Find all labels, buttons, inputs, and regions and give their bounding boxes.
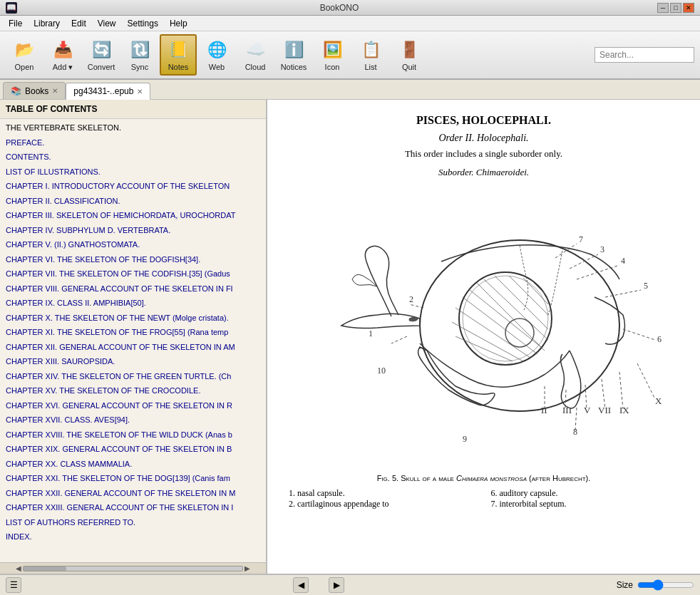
titlebar: 📖 BookONO ─ □ ✕	[0, 0, 700, 16]
content-scroll[interactable]: PISCES, HOLOCEPHALI. Order II. Holocepha…	[267, 100, 700, 574]
toolbar-btn-notes[interactable]: 📒Notes	[160, 34, 197, 76]
toc-item[interactable]: LIST OF ILLUSTRATIONS.	[0, 165, 266, 180]
main-content: TABLE OF CONTENTS THE VERTEBRATE SKELETO…	[0, 100, 700, 574]
toc-item[interactable]: CHAPTER IX. CLASS II. AMPHIBIA[50].	[0, 296, 266, 311]
toolbar-btn-notices[interactable]: ℹ️Notices	[275, 34, 312, 76]
toolbar-btn-open[interactable]: 📂Open	[6, 34, 43, 76]
search-input[interactable]	[595, 47, 694, 63]
toolbar-btn-quit[interactable]: 🚪Quit	[391, 34, 428, 76]
toc-item[interactable]: CHAPTER XI. THE SKELETON OF THE FROG[55]…	[0, 325, 266, 340]
minimize-button[interactable]: ─	[657, 3, 669, 13]
toc-item[interactable]: CONTENTS.	[0, 150, 266, 165]
scroll-left-arrow[interactable]: ◀	[14, 564, 23, 572]
toc-item[interactable]: CHAPTER VIII. GENERAL ACCOUNT OF THE SKE…	[0, 281, 266, 296]
svg-text:V: V	[584, 405, 591, 415]
tab-books[interactable]: 📚Books✕	[3, 82, 66, 99]
toc-item[interactable]: CHAPTER X. THE SKELETON OF THE NEWT (Mol…	[0, 311, 266, 326]
svg-text:7: 7	[579, 234, 583, 244]
tab-pg43431[interactable]: pg43431-..epub✕	[66, 83, 150, 100]
toolbar-btn-web[interactable]: 🌐Web	[198, 34, 235, 76]
toolbar-btn-label-notices: Notices	[281, 63, 307, 71]
toc-item[interactable]: LIST OF AUTHORS REFERRED TO.	[0, 515, 266, 530]
toc-item[interactable]: CHAPTER I. INTRODUCTORY ACCOUNT OF THE S…	[0, 179, 266, 194]
tab-close-books[interactable]: ✕	[52, 87, 58, 95]
toc-item[interactable]: CHAPTER XVII. CLASS. AVES[94].	[0, 413, 266, 428]
toc-item[interactable]: CHAPTER II. CLASSIFICATION.	[0, 194, 266, 209]
book-suborder: Suborder. Chimaeroidei.	[289, 167, 679, 178]
toc-item[interactable]: CHAPTER XIII. SAUROPSIDA.	[0, 354, 266, 369]
notes-section: 1. nasal capsule. 2. cartilaginous appen…	[289, 488, 679, 509]
toc-item[interactable]: INDEX.	[0, 529, 266, 544]
toolbar-btn-cloud[interactable]: ☁️Cloud	[237, 34, 274, 76]
toc-item[interactable]: CHAPTER VI. THE SKELETON OF THE DOGFISH[…	[0, 252, 266, 267]
navigation-buttons: ◀ ▶	[293, 577, 344, 593]
toc-item[interactable]: CHAPTER III. SKELETON OF HEMICHORDATA, U…	[0, 208, 266, 223]
toc-item[interactable]: CHAPTER XXI. THE SKELETON OF THE DOG[139…	[0, 471, 266, 486]
size-label: Size	[617, 580, 633, 590]
note-6: 6. auditory capsule.	[491, 488, 679, 499]
add-icon: 📥	[51, 38, 74, 61]
toc-toggle-button[interactable]: ☰	[6, 577, 21, 593]
toolbar-btn-label-add: Add ▾	[53, 63, 73, 72]
toc-item[interactable]: CHAPTER V. (II.) GNATHOSTOMATA.	[0, 237, 266, 252]
tab-close-pg43431[interactable]: ✕	[137, 88, 143, 95]
svg-text:III: III	[562, 405, 572, 415]
menu-item-file[interactable]: File	[3, 17, 28, 30]
toolbar-btn-label-quit: Quit	[402, 63, 416, 71]
scroll-thumb[interactable]	[24, 566, 66, 571]
toc-item[interactable]: CHAPTER VII. THE SKELETON OF THE CODFISH…	[0, 267, 266, 281]
toolbar-btn-label-list: List	[364, 63, 376, 71]
toc-list[interactable]: THE VERTEBRATE SKELETON.PREFACE.CONTENTS…	[0, 119, 266, 562]
prev-page-button[interactable]: ◀	[293, 577, 309, 593]
svg-text:X: X	[655, 395, 662, 406]
note-7: 7. interorbital septum.	[491, 499, 679, 509]
svg-text:6: 6	[657, 334, 662, 344]
toolbar-btn-list[interactable]: 📋List	[352, 34, 389, 76]
book-order-text: This order includes a single suborder on…	[289, 148, 679, 160]
book-title: PISCES, HOLOCEPHALI.	[289, 114, 679, 127]
toc-item[interactable]: CHAPTER XV. THE SKELETON OF THE CROCODIL…	[0, 383, 266, 398]
size-slider[interactable]	[637, 579, 694, 591]
close-button[interactable]: ✕	[683, 3, 694, 13]
toc-item: THE VERTEBRATE SKELETON.	[0, 120, 266, 135]
toolbar-btn-label-convert: Convert	[88, 63, 115, 71]
toc-panel: TABLE OF CONTENTS THE VERTEBRATE SKELETO…	[0, 100, 267, 574]
toolbar-btn-label-icon: Icon	[325, 63, 340, 71]
toc-item[interactable]: CHAPTER XVI. GENERAL ACCOUNT OF THE SKEL…	[0, 398, 266, 413]
toolbar-btn-sync[interactable]: 🔃Sync	[121, 34, 158, 76]
svg-text:10: 10	[377, 366, 386, 376]
notes-col-right: 6. auditory capsule. 7. interorbital sep…	[491, 488, 679, 509]
toolbar-btn-label-open: Open	[15, 63, 34, 71]
menubar: FileLibraryEditViewSettingsHelp	[0, 16, 700, 31]
content-panel: PISCES, HOLOCEPHALI. Order II. Holocepha…	[267, 100, 700, 574]
toolbar-btn-convert[interactable]: 🔄Convert	[83, 34, 120, 76]
svg-text:VII: VII	[598, 405, 611, 415]
maximize-button[interactable]: □	[670, 3, 681, 13]
menu-item-settings[interactable]: Settings	[122, 17, 164, 30]
toc-item[interactable]: PREFACE.	[0, 135, 266, 150]
toc-item[interactable]: CHAPTER XII. GENERAL ACCOUNT OF THE SKEL…	[0, 340, 266, 355]
toc-item[interactable]: CHAPTER XIX. GENERAL ACCOUNT OF THE SKEL…	[0, 442, 266, 457]
convert-icon: 🔄	[90, 38, 113, 61]
scroll-track[interactable]	[23, 566, 243, 571]
toc-item[interactable]: CHAPTER XXII. GENERAL ACCOUNT OF THE SKE…	[0, 486, 266, 501]
toolbar-btn-add[interactable]: 📥Add ▾	[44, 34, 81, 76]
fish-skull-illustration: II III V VII IX X 1 2 3 4 5 6 7	[299, 187, 669, 465]
menu-item-edit[interactable]: Edit	[66, 17, 92, 30]
toc-item[interactable]: CHAPTER XX. CLASS MAMMALIA.	[0, 457, 266, 472]
toc-item[interactable]: CHAPTER XIV. THE SKELETON OF THE GREEN T…	[0, 369, 266, 384]
toolbar-btn-icon[interactable]: 🖼️Icon	[314, 34, 351, 76]
notes-icon: 📒	[167, 38, 190, 61]
scroll-right-arrow[interactable]: ▶	[243, 564, 252, 572]
tab-label-pg43431: pg43431-..epub	[73, 86, 133, 96]
toc-item[interactable]: CHAPTER IV. SUBPHYLUM D. VERTEBRATA.	[0, 223, 266, 238]
menu-item-library[interactable]: Library	[28, 17, 66, 30]
next-page-button[interactable]: ▶	[329, 577, 344, 593]
menu-item-help[interactable]: Help	[164, 17, 193, 30]
menu-item-view[interactable]: View	[92, 17, 122, 30]
svg-text:1: 1	[369, 328, 373, 338]
toc-horizontal-scrollbar[interactable]: ◀ ▶	[0, 562, 266, 574]
toc-item[interactable]: CHAPTER XXIII. GENERAL ACCOUNT OF THE SK…	[0, 500, 266, 515]
toc-item[interactable]: CHAPTER XVIII. THE SKELETON OF THE WILD …	[0, 428, 266, 443]
svg-text:4: 4	[621, 256, 625, 266]
